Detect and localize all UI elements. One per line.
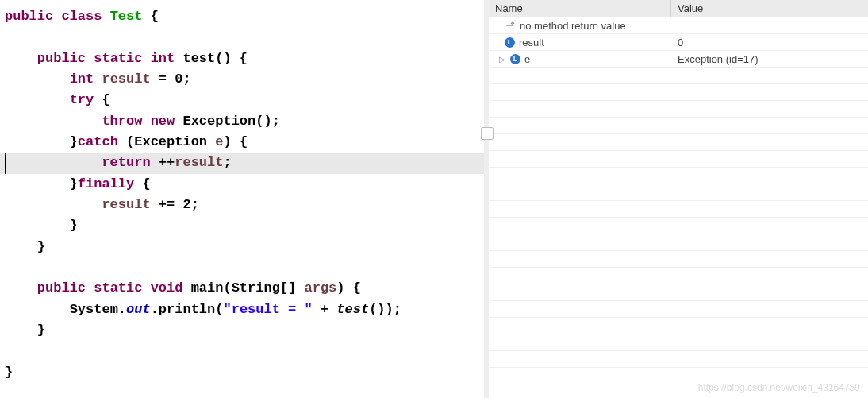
empty-row — [489, 301, 868, 318]
variable-name: result — [519, 37, 544, 48]
empty-row — [489, 251, 868, 268]
variable-row[interactable]: no method return value — [489, 17, 868, 34]
code-line[interactable]: System.out.println("result = " + test())… — [0, 299, 484, 320]
code-line[interactable] — [0, 257, 484, 278]
local-variable-icon: L — [505, 37, 515, 48]
empty-row — [489, 284, 868, 301]
empty-row — [489, 334, 868, 351]
column-header-value[interactable]: Value — [671, 2, 868, 14]
code-line[interactable]: } — [0, 320, 484, 341]
variable-row[interactable]: ▷LeException (id=17) — [489, 51, 868, 68]
code-line[interactable]: } — [0, 237, 484, 257]
code-line[interactable]: }finally { — [0, 174, 484, 195]
empty-row — [489, 68, 868, 84]
code-line[interactable]: int result = 0; — [0, 69, 484, 90]
code-line[interactable]: } — [0, 362, 484, 383]
variable-value: 0 — [671, 37, 868, 48]
empty-row — [489, 384, 868, 398]
empty-row — [489, 151, 868, 168]
variable-row[interactable]: Lresult0 — [489, 34, 868, 51]
return-arrow-icon — [505, 21, 516, 30]
code-line[interactable]: public static void main(String[] args) { — [0, 278, 484, 299]
local-variable-icon: L — [510, 54, 520, 64]
empty-row — [489, 268, 868, 284]
column-header-name[interactable]: Name — [489, 0, 671, 17]
instruction-pointer-icon — [5, 153, 6, 173]
code-content[interactable]: public class Test { public static int te… — [0, 0, 484, 383]
code-line[interactable]: throw new Exception(); — [0, 111, 484, 132]
empty-row — [489, 134, 868, 151]
empty-row — [489, 351, 868, 368]
code-line[interactable]: } — [0, 215, 484, 236]
code-line[interactable]: public static int test() { — [0, 48, 484, 69]
empty-row — [489, 234, 868, 251]
empty-row — [489, 168, 868, 184]
empty-row — [489, 84, 868, 101]
empty-row — [489, 118, 868, 134]
code-line[interactable] — [0, 342, 484, 362]
variables-body[interactable]: no method return valueLresult0▷LeExcepti… — [489, 17, 868, 398]
empty-row — [489, 101, 868, 118]
variable-name: e — [524, 53, 530, 65]
variables-panel: Name Value no method return valueLresult… — [489, 0, 868, 398]
code-line[interactable]: result += 2; — [0, 195, 484, 215]
variable-name: no method return value — [520, 20, 626, 32]
code-line[interactable] — [0, 27, 484, 48]
variable-value: Exception (id=17) — [671, 53, 868, 65]
empty-row — [489, 201, 868, 218]
variables-header: Name Value — [489, 0, 868, 17]
variable-name-cell: Lresult — [489, 37, 671, 48]
variable-name-cell: no method return value — [489, 20, 671, 32]
empty-row — [489, 184, 868, 201]
split-divider[interactable] — [484, 0, 489, 398]
code-line[interactable]: try { — [0, 90, 484, 110]
variable-name-cell: ▷Le — [489, 53, 671, 65]
empty-row — [489, 218, 868, 234]
code-line[interactable]: return ++result; — [0, 153, 484, 173]
code-line[interactable]: public class Test { — [0, 6, 484, 27]
code-line[interactable]: }catch (Exception e) { — [0, 132, 484, 153]
code-editor-panel[interactable]: public class Test { public static int te… — [0, 0, 484, 398]
empty-row — [489, 368, 868, 384]
empty-row — [489, 318, 868, 334]
expand-toggle-icon[interactable]: ▷ — [498, 55, 506, 64]
